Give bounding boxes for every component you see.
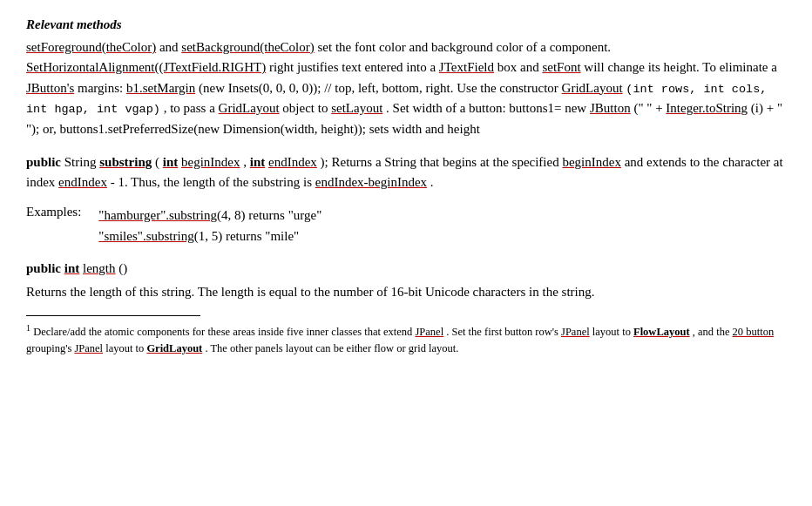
- footnote-text-3: layout to: [592, 326, 633, 338]
- footnote-text-5: layout to: [105, 342, 146, 354]
- paragraph-2: public String substring ( int beginIndex…: [26, 152, 784, 193]
- insets-text: (new Insets(0, 0, 0, 0)); // top, left, …: [199, 81, 562, 95]
- example-2: "smiles".substring(1, 5) returns "mile": [98, 226, 321, 246]
- examples-label: Examples:: [26, 205, 98, 246]
- footnote: 1 Declare/add the atomic components for …: [26, 321, 784, 357]
- gridlayout-link3: GridLayout: [146, 342, 202, 354]
- footnote-and: , and the: [693, 326, 733, 338]
- right-justifies-text: right justifies text entered into a: [269, 60, 439, 74]
- example-1: "hamburger".substring(4, 8) returns "urg…: [98, 205, 321, 226]
- endindex-link: endIndex: [268, 155, 317, 169]
- gridlayout-link: GridLayout: [562, 81, 623, 95]
- beginindex-link: beginIndex: [181, 155, 240, 169]
- comma1: ,: [243, 155, 250, 169]
- string-text: String: [64, 155, 99, 169]
- to-pass-text: , to pass a: [164, 101, 219, 115]
- setforeground-link: setForeground(theColor): [26, 40, 156, 54]
- content-area: Relevant methods setForeground(theColor)…: [26, 17, 784, 356]
- setlayout-link: setLayout: [331, 101, 382, 115]
- gridlayout-link2: GridLayout: [219, 101, 280, 115]
- set-width-text: . Set width of a button: buttons1= new: [386, 101, 590, 115]
- section-title: Relevant methods: [26, 17, 784, 32]
- example1-rest: (4, 8) returns "urge": [217, 208, 321, 222]
- footnote-text-4: grouping's: [26, 342, 74, 354]
- examples-row: Examples: "hamburger".substring(4, 8) re…: [26, 205, 321, 246]
- endindex-beginindex-link: endIndex-beginIndex: [315, 175, 427, 189]
- setbackground-link: setBackground(theColor): [181, 40, 314, 54]
- setfont-link: setFont: [542, 60, 580, 74]
- jtextfield-link: JTextField: [439, 60, 494, 74]
- integer-tostring-link: Integer.toString: [666, 101, 748, 115]
- length-link: length: [83, 261, 116, 275]
- sethorizontalalignment-link: SetHorizontalAlignment((JTextField.RIGHT…: [26, 60, 266, 74]
- flowlayout-link: FlowLayout: [633, 326, 690, 338]
- public-keyword: public: [26, 155, 61, 169]
- length-description: Returns the length of this string. The l…: [26, 282, 784, 302]
- jbutton-link2: JButton: [590, 101, 631, 115]
- length-parens: (): [118, 261, 127, 275]
- length-method-signature: public int length (): [26, 259, 784, 279]
- examples-section: Examples: "hamburger".substring(4, 8) re…: [26, 205, 321, 246]
- footnote-superscript: 1: [26, 323, 30, 333]
- int-keyword-1: int: [163, 155, 179, 169]
- period1: .: [430, 175, 434, 189]
- public-keyword-2: public: [26, 261, 61, 275]
- substring-link: substring: [99, 155, 152, 169]
- 20button-link: 20 button: [733, 326, 775, 338]
- int-keyword-3: int: [64, 261, 80, 275]
- example2-rest: (1, 5) returns "mile": [194, 229, 300, 243]
- int-keyword-2: int: [250, 155, 266, 169]
- close-paren-text: ); Returns a String that begins at the s…: [321, 155, 563, 169]
- endindex-link2: endIndex: [58, 175, 107, 189]
- b1setmargin-link: b1.setMargin: [126, 81, 195, 95]
- box-and-text: box and: [497, 60, 543, 74]
- margins-text: margins:: [78, 81, 126, 95]
- paragraph-1: setForeground(theColor) and setBackgroun…: [26, 37, 784, 140]
- footnote-text-6: . The other panels layout can be either …: [205, 342, 458, 354]
- smiles-link: "smiles".substring: [98, 229, 193, 243]
- hamburger-link: "hamburger".substring: [98, 208, 217, 222]
- paragraph-3: public int length () Returns the length …: [26, 259, 784, 303]
- open-paren: (: [155, 155, 159, 169]
- examples-values: "hamburger".substring(4, 8) returns "urg…: [98, 205, 321, 246]
- button-code-text: (" " +: [633, 101, 666, 115]
- will-change-text: will change its height. To eliminate a: [584, 60, 777, 74]
- footnote-text-start: Declare/add the atomic components for th…: [33, 326, 415, 338]
- beginindex-link2: beginIndex: [562, 155, 620, 169]
- jpanel-link-3: JPanel: [74, 342, 103, 354]
- object-to-text: object to: [282, 101, 331, 115]
- jpanel-link-2: JPanel: [561, 326, 590, 338]
- footnote-divider: [26, 315, 200, 316]
- jpanel-link-1: JPanel: [416, 326, 444, 338]
- footnote-text-2: . Set the first button row's: [446, 326, 561, 338]
- jbutton-link: JButton's: [26, 81, 74, 95]
- and-text: and: [159, 40, 181, 54]
- set-font-text: set the font color and background color …: [318, 40, 612, 54]
- minus-1-text: - 1. Thus, the length of the substring i…: [111, 175, 315, 189]
